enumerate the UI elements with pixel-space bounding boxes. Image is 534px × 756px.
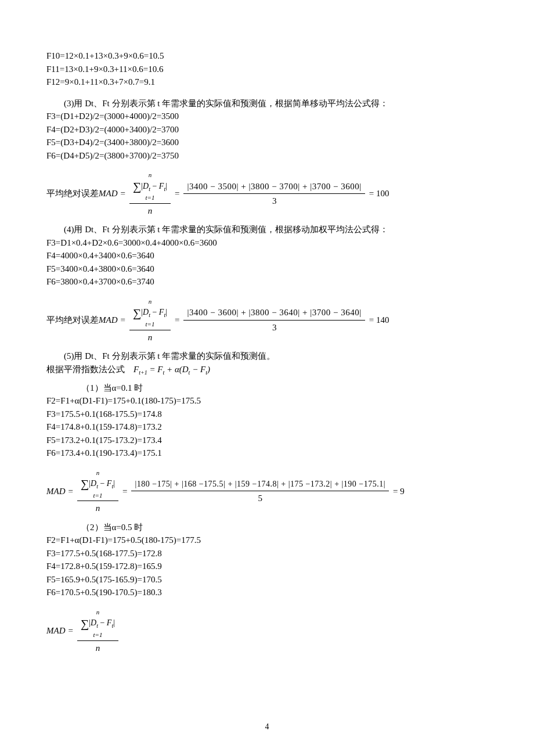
- mad3-label: MAD: [46, 485, 67, 498]
- mad3-formula: MAD = n ∑|Dt − Ft| t=1 n = |180 −175| + …: [46, 468, 488, 515]
- mad4-formula: MAD = n ∑|Dt − Ft| t=1 n: [46, 607, 488, 654]
- top-l1: F10=12×0.1+13×0.3+9×0.6=10.5: [46, 49, 488, 63]
- q5b-l3: F4=172.8+0.5(159-172.8)=165.9: [46, 560, 488, 573]
- q5-formula-line: 根据平滑指数法公式 Ft+1 = Ft + α(Dt − Ft): [46, 363, 488, 377]
- top-l3: F12=9×0.1+11×0.3+7×0.7=9.1: [46, 75, 488, 89]
- q4-l3: F5=3400×0.4+3800×0.6=3640: [46, 262, 488, 276]
- q4-intro: (4)用 Dt、Ft 分别表示第 t 年需求量的实际值和预测值，根据移动加权平均…: [46, 223, 488, 236]
- mad4-label: MAD: [46, 624, 67, 638]
- mad1-sigma-frac: n ∑|Dt − Ft| t=1 n: [129, 170, 171, 217]
- q3-intro: (3)用 Dt、Ft 分别表示第 t 年需求量的实际值和预测值，根据简单移动平均…: [46, 97, 488, 110]
- mad3-result: = 9: [391, 485, 405, 498]
- q5a-heading: （1）当α=0.1 时: [46, 381, 488, 395]
- q3-l1: F3=(D1+D2)/2=(3000+4000)/2=3500: [46, 110, 488, 123]
- q3-l4: F6=(D4+D5)/2=(3800+3700)/2=3750: [46, 149, 488, 163]
- mad1-formula: 平均绝对误差 MAD = n ∑|Dt − Ft| t=1 n = |3400 …: [46, 170, 488, 217]
- q5a-l5: F6=173.4+0.1(190-173.4)=175.1: [46, 447, 488, 460]
- q5b-l2: F3=177.5+0.5(168-177.5)=172.8: [46, 547, 488, 560]
- q5-intro: (5)用 Dt、Ft 分别表示第 t 年需求量的实际值和预测值。: [46, 350, 488, 363]
- q5b-l1: F2=F1+α(D1-F1)=175+0.5(180-175)=177.5: [46, 534, 488, 547]
- top-l2: F11=13×0.1+9×0.3+11×0.6=10.6: [46, 63, 488, 76]
- q3-l3: F5=(D3+D4)/2=(3400+3800)/2=3600: [46, 136, 488, 149]
- q5a-l3: F4=174.8+0.1(159-174.8)=173.2: [46, 420, 488, 434]
- mad4-sigma-frac: n ∑|Dt − Ft| t=1 n: [77, 607, 118, 654]
- q5b-l5: F6=170.5+0.5(190-170.5)=180.3: [46, 586, 488, 599]
- mad1-result: = 100: [367, 187, 389, 200]
- mad2-result: = 140: [367, 314, 389, 327]
- q5b-heading: （2）当α=0.5 时: [46, 521, 488, 534]
- q5b-l4: F5=165.9+0.5(175-165.9)=170.5: [46, 573, 488, 586]
- mad3-sigma-frac: n ∑|Dt − Ft| t=1 n: [77, 468, 118, 515]
- mad2-expand-frac: |3400 − 3600| + |3800 − 3640| + |3700 − …: [183, 306, 365, 334]
- mad2-prefix: 平均绝对误差: [46, 314, 99, 327]
- mad2-formula: 平均绝对误差 MAD = n ∑|Dt − Ft| t=1 n = |3400 …: [46, 297, 488, 344]
- q3-l2: F4=(D2+D3)/2=(4000+3400)/2=3700: [46, 123, 488, 136]
- q4-l4: F6=3800×0.4+3700×0.6=3740: [46, 275, 488, 289]
- document-page: F10=12×0.1+13×0.3+9×0.6=10.5 F11=13×0.1+…: [0, 0, 534, 756]
- q5a-l4: F5=173.2+0.1(175-173.2)=173.4: [46, 434, 488, 447]
- mad1-expand-frac: |3400 − 3500| + |3800 − 3700| + |3700 − …: [183, 180, 365, 208]
- mad1-prefix: 平均绝对误差: [46, 187, 99, 200]
- q5-formula: Ft+1 = Ft + α(Dt − Ft): [134, 365, 210, 374]
- q4-l2: F4=4000×0.4+3400×0.6=3640: [46, 249, 488, 262]
- mad1-label: MAD: [99, 187, 119, 200]
- q5a-l2: F3=175.5+0.1(168-175.5)=174.8: [46, 408, 488, 421]
- mad2-label: MAD: [99, 314, 119, 327]
- q4-l1: F3=D1×0.4+D2×0.6=3000×0.4+4000×0.6=3600: [46, 236, 488, 250]
- q5a-l1: F2=F1+α(D1-F1)=175+0.1(180-175)=175.5: [46, 394, 488, 408]
- page-number: 4: [0, 721, 534, 733]
- mad2-sigma-frac: n ∑|Dt − Ft| t=1 n: [129, 297, 171, 344]
- mad3-expand-frac: |180 −175| + |168 −175.5| + |159 −174.8|…: [131, 478, 389, 505]
